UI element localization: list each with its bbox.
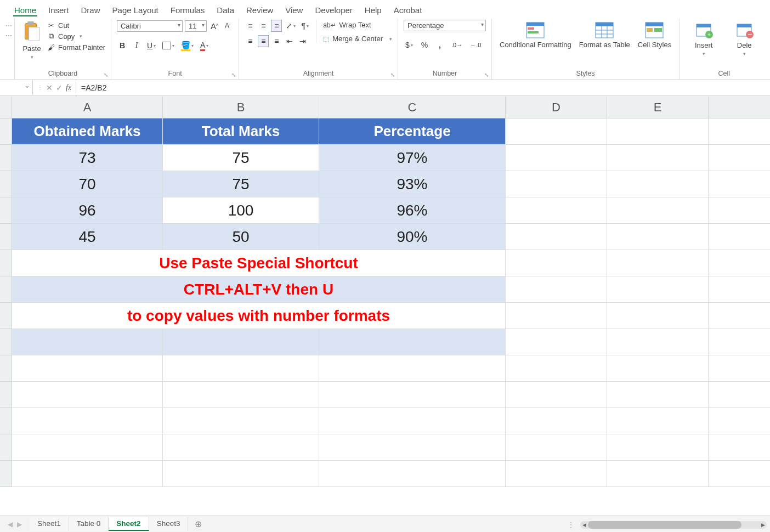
cell[interactable]: 90% — [319, 224, 506, 250]
cell[interactable] — [607, 145, 709, 171]
percent-format-button[interactable]: % — [419, 39, 430, 51]
cell[interactable] — [709, 434, 770, 461]
cell[interactable] — [506, 197, 607, 224]
cell[interactable] — [607, 118, 709, 145]
cell[interactable]: 45 — [12, 224, 163, 250]
cell[interactable] — [506, 303, 607, 329]
increase-font-button[interactable]: A^ — [209, 20, 220, 32]
formula-input[interactable]: =A2/B2 — [76, 83, 106, 92]
add-sheet-button[interactable]: ⊕ — [188, 519, 208, 529]
cell-styles-button[interactable]: Cell Styles — [636, 20, 673, 50]
cell[interactable]: 75 — [163, 171, 319, 197]
ribbon-tab-data[interactable]: Data — [216, 3, 235, 16]
cancel-formula-button[interactable]: ✕ — [46, 83, 53, 92]
cell[interactable] — [709, 250, 770, 276]
enter-formula-button[interactable]: ✓ — [56, 83, 63, 92]
conditional-formatting-button[interactable]: Conditional Formatting — [497, 20, 574, 50]
increase-indent-button[interactable]: ⇥ — [297, 35, 308, 47]
cell[interactable]: 75 — [163, 145, 319, 171]
sheet-tab[interactable]: Sheet1 — [30, 517, 69, 531]
merged-message-cell[interactable]: CTRL+ALT+V then U — [12, 276, 506, 303]
align-left-button[interactable]: ≡ — [245, 35, 256, 47]
cell[interactable]: Percentage — [319, 118, 506, 145]
cells-area[interactable]: Obtained MarksTotal MarksPercentage73759… — [12, 118, 770, 487]
cell[interactable] — [319, 329, 506, 355]
formula-bar-options[interactable]: ⋮ — [37, 84, 43, 90]
cell[interactable]: Total Marks — [163, 118, 319, 145]
merged-message-cell[interactable]: to copy values with number formats — [12, 303, 506, 329]
underline-button[interactable]: U — [145, 39, 157, 52]
align-center-button[interactable]: ≡ — [258, 35, 269, 47]
cell[interactable] — [12, 355, 163, 382]
column-header[interactable]: A — [12, 97, 163, 118]
decrease-decimal-button[interactable]: ←.0 — [468, 39, 483, 51]
align-right-button[interactable]: ≡ — [271, 35, 282, 47]
cell[interactable] — [607, 329, 709, 355]
cell[interactable] — [319, 382, 506, 408]
name-box[interactable] — [0, 80, 33, 95]
cell[interactable]: 100 — [163, 197, 319, 224]
cell[interactable] — [709, 303, 770, 329]
cell[interactable] — [607, 303, 709, 329]
redo-button[interactable]: ⋯ — [5, 32, 12, 39]
cell[interactable] — [607, 461, 709, 487]
column-header[interactable]: D — [506, 97, 607, 118]
decrease-indent-button[interactable]: ⇤ — [284, 35, 295, 47]
cell[interactable] — [163, 382, 319, 408]
number-format-select[interactable]: Percentage — [404, 20, 486, 31]
cell[interactable]: 70 — [12, 171, 163, 197]
cell[interactable] — [163, 355, 319, 382]
cell[interactable] — [506, 355, 607, 382]
bold-button[interactable]: B — [117, 39, 128, 52]
increase-decimal-button[interactable]: .0→ — [450, 39, 464, 51]
cell[interactable]: 50 — [163, 224, 319, 250]
sheet-tab[interactable]: Sheet3 — [149, 517, 189, 531]
cell[interactable] — [506, 434, 607, 461]
insert-cells-button[interactable]: + Insert ▾ — [685, 20, 722, 58]
cell[interactable] — [607, 197, 709, 224]
column-header[interactable]: B — [163, 97, 319, 118]
cell[interactable]: 97% — [319, 145, 506, 171]
merge-center-button[interactable]: ⬚Merge & Center▾ — [323, 35, 392, 43]
number-launcher[interactable]: ⤡ — [483, 71, 490, 78]
cell[interactable] — [607, 408, 709, 434]
ribbon-tab-review[interactable]: Review — [245, 3, 274, 16]
cut-button[interactable]: ✂Cut — [47, 21, 105, 30]
cell[interactable]: 73 — [12, 145, 163, 171]
alignment-launcher[interactable]: ⤡ — [389, 71, 397, 78]
font-launcher[interactable]: ⤡ — [230, 71, 237, 78]
align-bottom-button[interactable]: ≡ — [271, 20, 282, 32]
scroll-right-button[interactable]: ▶ — [759, 521, 767, 529]
cell[interactable] — [709, 408, 770, 434]
cell[interactable] — [709, 145, 770, 171]
ribbon-tab-insert[interactable]: Insert — [47, 3, 70, 16]
italic-button[interactable]: I — [131, 39, 142, 52]
sheet-nav-prev[interactable]: ◀ — [8, 520, 13, 528]
scroll-left-button[interactable]: ◀ — [580, 521, 588, 529]
cell[interactable] — [607, 434, 709, 461]
align-top-button[interactable]: ≡ — [245, 20, 256, 32]
cell[interactable] — [12, 408, 163, 434]
ribbon-tab-page-layout[interactable]: Page Layout — [111, 3, 160, 16]
cell[interactable] — [709, 197, 770, 224]
cell[interactable] — [506, 145, 607, 171]
cell[interactable] — [607, 355, 709, 382]
cell[interactable] — [709, 224, 770, 250]
cell[interactable] — [506, 276, 607, 303]
text-direction-button[interactable]: ¶ — [299, 20, 310, 32]
sheet-tab[interactable]: Table 0 — [69, 517, 109, 531]
scrollbar-thumb[interactable] — [588, 521, 741, 529]
cell[interactable]: 93% — [319, 171, 506, 197]
font-size-select[interactable]: 11 — [185, 20, 207, 32]
cell[interactable] — [163, 329, 319, 355]
cell[interactable] — [163, 408, 319, 434]
cell[interactable] — [607, 224, 709, 250]
copy-button[interactable]: ⧉Copy▾ — [47, 32, 105, 41]
font-name-select[interactable]: Calibri — [117, 20, 183, 32]
format-painter-button[interactable]: 🖌Format Painter — [47, 43, 105, 52]
cell[interactable] — [709, 329, 770, 355]
merged-message-cell[interactable]: Use Paste Special Shortcut — [12, 250, 506, 276]
cell[interactable] — [709, 382, 770, 408]
cell[interactable]: Obtained Marks — [12, 118, 163, 145]
cell[interactable] — [607, 382, 709, 408]
